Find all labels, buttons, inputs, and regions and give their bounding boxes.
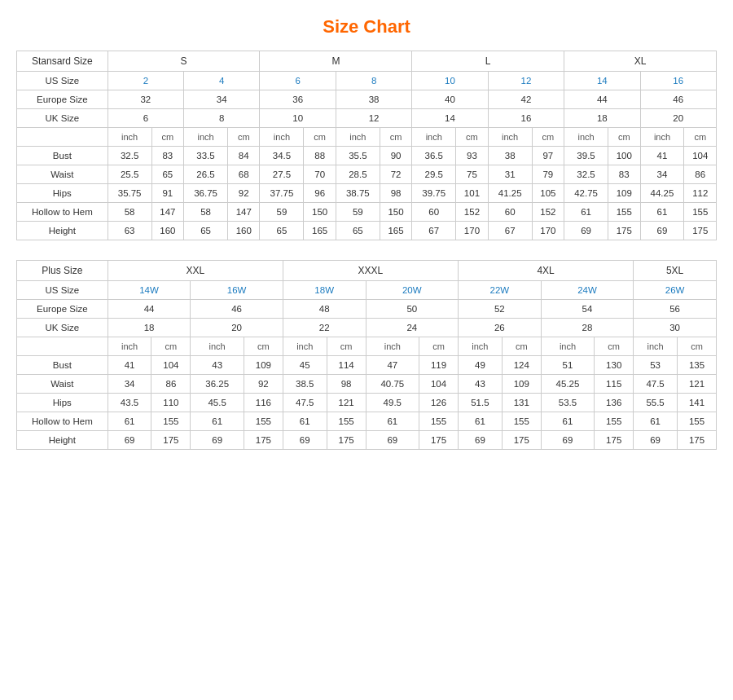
plus-hips-val-3: 116 (244, 394, 283, 412)
plus-height-val-1: 175 (151, 431, 191, 450)
eu-size-label: Europe Size (17, 90, 108, 109)
plus-bust-val-2: 43 (191, 356, 244, 375)
plus-hips-label: Hips (17, 394, 108, 412)
std-waist-val-14: 34 (640, 165, 684, 184)
plus-uk-size-label: UK Size (17, 319, 108, 337)
eu-size-46: 46 (640, 90, 717, 109)
us-size-10: 10 (412, 72, 488, 90)
standard-label: Stansard Size (17, 51, 108, 72)
std-height-val-4: 65 (260, 222, 304, 240)
plus-uk-22: 22 (283, 319, 366, 337)
std-hips-val-15: 112 (684, 184, 717, 203)
std-waist-val-5: 70 (304, 165, 336, 184)
page-title: Size Chart (16, 16, 717, 37)
std-hips-val-12: 42.75 (564, 184, 608, 203)
eu-size-36: 36 (260, 90, 336, 109)
uk-size-20: 20 (640, 109, 717, 128)
plus-hips-val-11: 136 (595, 394, 634, 412)
us-size-2: 2 (108, 72, 183, 90)
plus-hollow-to-hem-val-10: 61 (541, 412, 595, 431)
std-bust-val-13: 100 (608, 147, 640, 165)
plus-waist-val-7: 104 (419, 375, 459, 394)
plus-eu-46: 46 (191, 300, 283, 319)
std-waist-val-2: 26.5 (184, 165, 228, 184)
eu-size-32: 32 (108, 90, 183, 109)
plus-hollow-to-hem-val-11: 155 (595, 412, 634, 431)
std-bust-label: Bust (17, 147, 108, 165)
std-hips-val-10: 41.25 (488, 184, 532, 203)
plus-uk-28: 28 (541, 319, 633, 337)
std-bust-val-2: 33.5 (184, 147, 228, 165)
std-hips-val-0: 35.75 (108, 184, 151, 203)
plus-bust-val-11: 130 (595, 356, 634, 375)
plus-hollow-to-hem-val-8: 61 (459, 412, 503, 431)
plus-uk-18: 18 (108, 319, 191, 337)
eu-size-40: 40 (412, 90, 488, 109)
size-l-header: L (412, 51, 564, 72)
std-height-val-1: 160 (151, 222, 183, 240)
plus-eu-44: 44 (108, 300, 191, 319)
std-waist-val-11: 79 (532, 165, 564, 184)
plus-bust-val-1: 104 (151, 356, 191, 375)
std-hollow-to-hem-val-8: 60 (412, 203, 456, 222)
plus-bust-label: Bust (17, 356, 108, 375)
std-hollow-to-hem-val-5: 150 (304, 203, 336, 222)
std-bust-val-3: 84 (228, 147, 260, 165)
std-cm-8: cm (684, 128, 717, 147)
plus-uk-26: 26 (459, 319, 542, 337)
plus-bust-val-10: 51 (541, 356, 595, 375)
plus-eu-56: 56 (634, 300, 717, 319)
std-cm-1: cm (151, 128, 183, 147)
std-inch-4: inch (336, 128, 380, 147)
std-waist-val-1: 65 (151, 165, 183, 184)
plus-hips-val-10: 53.5 (541, 394, 595, 412)
plus-waist-val-5: 98 (327, 375, 366, 394)
std-bust-val-9: 93 (456, 147, 488, 165)
plus-height-val-7: 175 (419, 431, 459, 450)
plus-height-val-8: 69 (459, 431, 503, 450)
std-waist-val-7: 72 (380, 165, 411, 184)
std-hollow-to-hem-val-11: 152 (532, 203, 564, 222)
plus-height-val-10: 69 (541, 431, 595, 450)
uk-size-18: 18 (564, 109, 640, 128)
plus-size-section: Plus Size XXL XXXL 4XL 5XL US Size 14W 1… (16, 260, 717, 450)
plus-bust-val-8: 49 (459, 356, 503, 375)
plus-uk-30: 30 (634, 319, 717, 337)
plus-hips-val-7: 126 (419, 394, 459, 412)
eu-size-38: 38 (336, 90, 411, 109)
std-cm-3: cm (304, 128, 336, 147)
plus-us-size-label: US Size (17, 281, 108, 300)
std-hips-val-14: 44.25 (640, 184, 684, 203)
plus-hips-val-1: 110 (151, 394, 191, 412)
plus-size-table: Plus Size XXL XXXL 4XL 5XL US Size 14W 1… (16, 260, 717, 450)
plus-hollow-to-hem-label: Hollow to Hem (17, 412, 108, 431)
std-waist-val-10: 31 (488, 165, 532, 184)
std-hollow-to-hem-val-12: 61 (564, 203, 608, 222)
plus-bust-val-13: 135 (677, 356, 716, 375)
plus-hollow-to-hem-val-7: 155 (419, 412, 459, 431)
std-inch-2: inch (184, 128, 228, 147)
std-bust-val-6: 35.5 (336, 147, 380, 165)
std-hollow-to-hem-val-1: 147 (151, 203, 183, 222)
us-size-16: 16 (640, 72, 717, 90)
plus-waist-val-1: 86 (151, 375, 191, 394)
std-bust-val-5: 88 (304, 147, 336, 165)
std-waist-val-13: 83 (608, 165, 640, 184)
size-5xl-header: 5XL (634, 261, 717, 281)
std-hips-val-5: 96 (304, 184, 336, 203)
plus-hollow-to-hem-val-13: 155 (677, 412, 716, 431)
std-waist-val-12: 32.5 (564, 165, 608, 184)
uk-size-6: 6 (108, 109, 183, 128)
plus-height-label: Height (17, 431, 108, 450)
plus-height-val-11: 175 (595, 431, 634, 450)
std-hollow-to-hem-val-13: 155 (608, 203, 640, 222)
plus-hips-val-8: 51.5 (459, 394, 503, 412)
plus-empty-header (17, 337, 108, 356)
size-m-header: M (260, 51, 412, 72)
std-hips-val-11: 105 (532, 184, 564, 203)
plus-height-val-4: 69 (283, 431, 327, 450)
std-height-val-0: 63 (108, 222, 151, 240)
plus-waist-val-11: 115 (595, 375, 634, 394)
uk-size-16: 16 (488, 109, 564, 128)
std-inch-1: inch (108, 128, 151, 147)
